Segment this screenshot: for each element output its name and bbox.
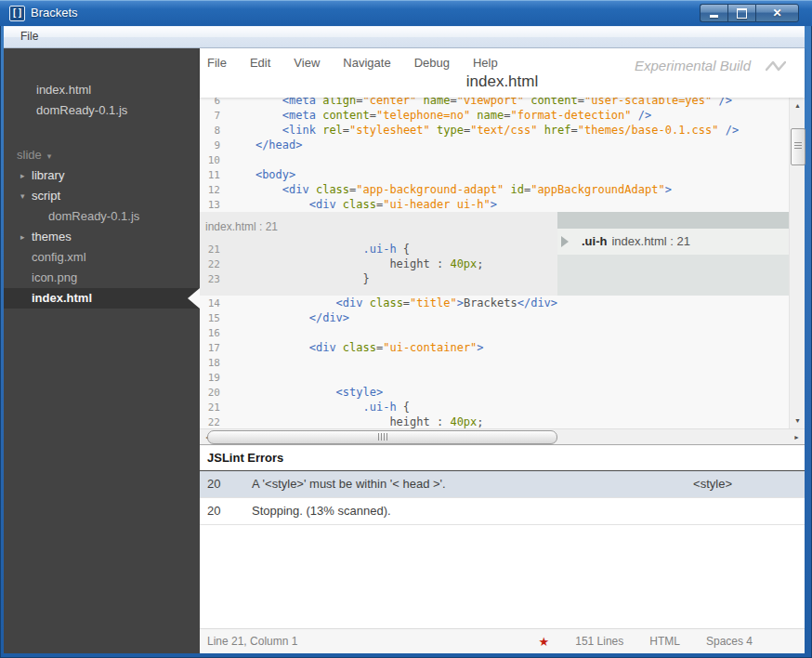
code-token: "viewport": [457, 98, 524, 107]
code-line[interactable]: 14 <div class="title">Brackets</div>: [200, 296, 789, 310]
code-line[interactable]: 15 </div>: [200, 310, 789, 325]
code-line[interactable]: 16: [200, 325, 789, 340]
code-token: [229, 401, 363, 414]
line-number: 7: [200, 109, 229, 124]
maximize-button[interactable]: [727, 4, 755, 22]
code-line[interactable]: 9 </head>: [200, 138, 789, 152]
code-token: "ui-header ui-h": [383, 198, 491, 211]
error-code-snippet: [732, 498, 805, 524]
code-line[interactable]: 22 height : 40px;: [200, 257, 557, 271]
jslint-panel: JSLint Errors 20A '<style>' must be with…: [200, 444, 805, 628]
code-token: >: [491, 198, 497, 211]
menu-edit[interactable]: Edit: [250, 56, 270, 70]
code-line[interactable]: 21 .ui-h {: [200, 242, 557, 257]
code-line[interactable]: 6 <meta align="center" name="viewport" c…: [200, 98, 789, 108]
minimize-button[interactable]: [700, 4, 727, 22]
code-token: [632, 109, 638, 122]
language-indicator: HTML: [649, 635, 680, 648]
code-line[interactable]: 17 <div class="ui-container">: [200, 340, 789, 355]
code-token: <div: [336, 296, 363, 309]
code-line[interactable]: 20 <style>: [200, 385, 789, 400]
status-indicators: ★ 151 Lines HTML Spaces 4: [539, 635, 805, 649]
menu-navigate[interactable]: Navigate: [343, 56, 390, 70]
code-token: content: [530, 98, 578, 107]
code-line[interactable]: 23 }: [200, 271, 557, 286]
scroll-up-icon[interactable]: ▲: [790, 98, 805, 113]
tree-item-script[interactable]: ▾script: [4, 186, 200, 206]
working-file[interactable]: index.html: [4, 80, 200, 100]
code-line[interactable]: 21 .ui-h {: [200, 400, 789, 415]
tree-item-themes[interactable]: ▸themes: [4, 227, 200, 247]
project-name: slide: [17, 148, 42, 162]
code-token: />: [726, 124, 739, 137]
code-token: "text/css": [470, 124, 537, 137]
line-number: 15: [200, 311, 229, 326]
css-rule-item[interactable]: .ui-hindex.html : 21: [557, 229, 789, 255]
code-token: [229, 296, 336, 309]
tree-item-icon.png[interactable]: icon.png: [4, 268, 200, 288]
rules-panel-top-strip: [557, 212, 789, 229]
window-titlebar[interactable]: [] Brackets ✕: [0, 0, 812, 26]
close-button[interactable]: ✕: [755, 4, 799, 22]
menu-view[interactable]: View: [294, 56, 320, 70]
menu-debug[interactable]: Debug: [414, 56, 450, 70]
code-token: =: [504, 109, 510, 122]
folder-collapsed-icon[interactable]: ▸: [20, 165, 25, 186]
code-editor-bottom[interactable]: 14 <div class="title">Brackets</div>15 <…: [200, 296, 789, 428]
horizontal-scroll-thumb[interactable]: [207, 430, 557, 444]
folder-collapsed-icon[interactable]: ▸: [20, 227, 25, 247]
jslint-panel-title: JSLint Errors: [200, 445, 805, 471]
tree-item-config.xml[interactable]: config.xml: [4, 247, 200, 268]
live-preview-icon[interactable]: [766, 59, 786, 72]
tree-item-domReady-0.1.js[interactable]: domReady-0.1.js: [4, 206, 200, 227]
code-line[interactable]: 19: [200, 370, 789, 385]
vertical-scrollbar[interactable]: ▲ ▼: [789, 98, 805, 428]
app-window: { "window": { "title": "Brackets", "menu…: [0, 0, 812, 658]
cursor-position: Line 21, Column 1: [200, 635, 539, 648]
code-token: "stylesheet": [349, 124, 430, 137]
line-number: 21: [200, 243, 229, 257]
code-token: "app-background-adapt": [356, 183, 504, 196]
error-message: A '<style>' must be within '< head >'.: [252, 471, 693, 497]
code-line[interactable]: 18: [200, 355, 789, 370]
code-token: <div: [309, 341, 336, 354]
inline-editor-code[interactable]: index.html : 21 21 .ui-h {22 height : 40…: [200, 212, 557, 296]
code-line[interactable]: 11 <body>: [200, 167, 789, 182]
code-token: [229, 109, 282, 122]
project-dropdown[interactable]: slide▾: [4, 145, 200, 165]
app-menubar: FileEditViewNavigateDebugHelp: [207, 56, 498, 70]
code-token: {: [397, 243, 410, 256]
code-line[interactable]: 22 height : 40px;: [200, 415, 789, 428]
code-editor-top[interactable]: 6 <meta align="center" name="viewport" c…: [200, 98, 789, 212]
os-menu-file[interactable]: File: [4, 27, 44, 43]
horizontal-scrollbar[interactable]: ◄ ►: [200, 428, 805, 444]
jslint-star-icon[interactable]: ★: [539, 635, 550, 649]
vertical-scroll-thumb[interactable]: [791, 128, 805, 165]
tree-item-index.html[interactable]: index.html: [4, 288, 200, 309]
line-number: 16: [200, 326, 229, 341]
menu-help[interactable]: Help: [473, 56, 498, 70]
code-line[interactable]: 10: [200, 152, 789, 167]
code-line[interactable]: 7 <meta content="telephone=no" name="for…: [200, 108, 789, 123]
tree-item-label: library: [32, 165, 64, 186]
code-line[interactable]: 13 <div class="ui-header ui-h">: [200, 197, 789, 212]
code-line[interactable]: 12 <div class="app-background-adapt" id=…: [200, 182, 789, 197]
working-file[interactable]: domReady-0.1.js: [4, 100, 200, 121]
scroll-down-icon[interactable]: ▼: [790, 413, 805, 428]
scroll-right-icon[interactable]: ►: [789, 429, 805, 445]
code-token: [229, 243, 363, 256]
menu-file[interactable]: File: [207, 56, 227, 70]
code-line[interactable]: 8 <link rel="stylesheet" type="text/css"…: [200, 123, 789, 138]
jslint-error-row[interactable]: 20Stopping. (13% scanned).: [200, 498, 805, 525]
code-token: .ui-h: [363, 401, 397, 414]
editor-pane: FileEditViewNavigateDebugHelp Experiment…: [200, 48, 805, 653]
code-token: <style>: [336, 386, 384, 399]
jslint-error-row[interactable]: 20A '<style>' must be within '< head >'.…: [200, 471, 805, 498]
folder-expanded-icon[interactable]: ▾: [20, 186, 25, 206]
window-controls: ✕: [700, 4, 799, 22]
code-token: =: [450, 98, 456, 107]
tree-item-library[interactable]: ▸library: [4, 165, 200, 186]
editor-header: FileEditViewNavigateDebugHelp Experiment…: [200, 48, 805, 98]
code-token: href: [544, 124, 571, 137]
code-token: "format-detection": [511, 109, 632, 122]
